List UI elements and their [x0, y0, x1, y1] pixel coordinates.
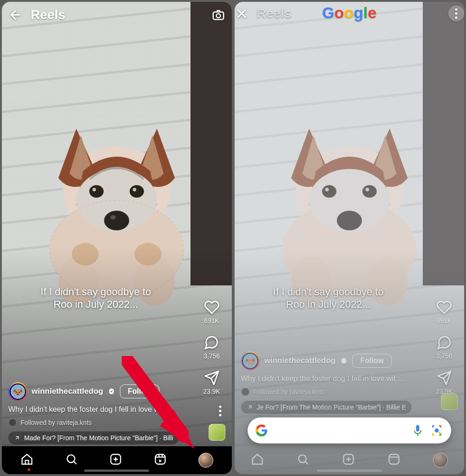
share-button[interactable]: 23.9K — [203, 370, 220, 395]
nav-home-icon — [251, 453, 264, 468]
share-count: 23.9K — [203, 388, 220, 395]
nav-create-icon[interactable] — [109, 453, 122, 468]
google-logo: Google — [322, 4, 376, 22]
comment-button[interactable]: 3,756 — [203, 335, 220, 360]
svg-point-44 — [298, 455, 306, 463]
header-title: Reels — [31, 7, 66, 22]
comment-count: 3,756 — [203, 352, 220, 360]
album-thumbnail[interactable] — [209, 424, 225, 441]
svg-point-22 — [19, 391, 20, 393]
more-options-icon[interactable] — [219, 405, 222, 418]
followed-by-row[interactable]: Followed by raviteja.knts — [8, 418, 195, 427]
close-icon[interactable] — [235, 7, 249, 20]
reel-description[interactable]: Why I didn't keep the foster dog I fell … — [8, 405, 195, 414]
svg-point-38 — [455, 13, 458, 15]
svg-point-24 — [67, 455, 74, 463]
voice-search-icon[interactable] — [411, 424, 424, 437]
svg-rect-26 — [155, 455, 165, 464]
google-search-bar[interactable] — [248, 417, 452, 443]
music-text: Made For? [From The Motion Picture "Barb… — [24, 434, 173, 442]
like-count: 691K — [204, 317, 219, 324]
svg-point-18 — [219, 414, 221, 416]
nav-profile-avatar[interactable] — [198, 453, 213, 468]
google-lens-icon[interactable] — [430, 423, 444, 437]
nav-home-icon[interactable] — [20, 453, 33, 468]
album-thumbnail-dimmed — [441, 393, 458, 410]
user-avatar[interactable] — [8, 382, 27, 401]
nav-create-icon — [342, 453, 355, 468]
nav-profile-avatar — [433, 453, 448, 468]
phone-right-google-overlay: Reels Google If I didn't say goodbye to … — [235, 2, 465, 474]
follower-avatar-icon — [8, 418, 17, 427]
svg-point-39 — [455, 16, 458, 19]
like-button[interactable]: 691K — [204, 299, 220, 324]
svg-rect-14 — [213, 12, 223, 20]
verified-badge-icon — [340, 357, 348, 364]
header-title-dimmed: Reels — [257, 6, 292, 21]
svg-point-23 — [17, 393, 19, 395]
video-caption-overlay: If I didn't say goodbye to Roo in July 2… — [2, 285, 190, 311]
music-pill[interactable]: Made For? [From The Motion Picture "Barb… — [8, 431, 179, 444]
like-button-dimmed: 691K — [436, 299, 452, 324]
overflow-menu-icon[interactable] — [448, 6, 464, 21]
nav-search-icon — [296, 453, 309, 468]
svg-point-21 — [16, 391, 17, 393]
follow-button[interactable]: Follow — [120, 384, 159, 398]
svg-point-43 — [439, 432, 440, 434]
gesture-bar[interactable] — [84, 469, 149, 472]
comment-button-dimmed: 3,756 — [436, 335, 452, 360]
svg-point-16 — [219, 406, 221, 408]
camera-icon[interactable] — [211, 8, 225, 22]
nav-search-icon[interactable] — [65, 453, 78, 468]
nav-reels-icon[interactable] — [154, 453, 167, 468]
back-arrow-icon[interactable] — [8, 8, 22, 22]
svg-point-42 — [435, 429, 439, 433]
gesture-bar[interactable] — [317, 469, 382, 472]
google-g-icon — [255, 424, 268, 437]
svg-rect-46 — [389, 455, 399, 464]
verified-badge-icon — [108, 388, 115, 395]
username-label[interactable]: winniethecattledog — [32, 387, 103, 396]
user-avatar-dimmed — [241, 351, 260, 370]
svg-point-15 — [216, 14, 220, 18]
share-button-dimmed: 23.9K — [436, 370, 453, 395]
video-caption-overlay-dimmed: If I didn't say goodbye to Roo in July 2… — [235, 285, 423, 311]
nav-reels-icon — [387, 453, 400, 468]
svg-point-37 — [455, 8, 458, 11]
svg-point-17 — [219, 410, 221, 412]
phone-left-instagram: Reels If I didn't say goodbye to Roo in … — [2, 2, 232, 474]
music-pill-dimmed: Je For? [From The Motion Picture "Barbie… — [241, 401, 412, 414]
